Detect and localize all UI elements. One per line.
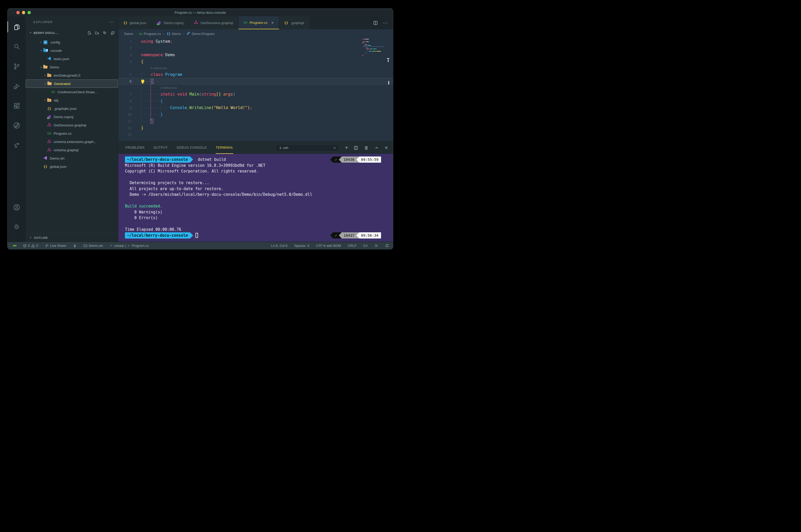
code-line-2[interactable]: 2 xyxy=(118,45,393,52)
status-item-notifications[interactable] xyxy=(385,244,389,248)
status-item-cursor-position[interactable]: Ln 6, Col 6 xyxy=(271,244,288,248)
tree-item-demo.sln[interactable]: Demo.sln xyxy=(26,154,118,163)
activity-bar-item-settings[interactable]: ⚙ xyxy=(7,220,26,234)
code-line-3[interactable]: 3namespace·Demo xyxy=(118,52,393,58)
tree-item-conferenceclient.straw...[interactable]: C#ConferenceClient.Straw... xyxy=(26,88,118,96)
code-line-9[interactable]: 9············Console.WriteLine("Hello Wo… xyxy=(118,104,393,111)
code-line-8[interactable]: 8········{ xyxy=(118,98,393,104)
explorer-section-row[interactable]: › BERRY-DOCU-... ↻ xyxy=(26,28,118,38)
code-line-6[interactable]: 6··{ xyxy=(118,78,393,85)
close-window-button[interactable] xyxy=(16,11,20,14)
code-line-7[interactable]: 7········static·void·Main(string[]·args) xyxy=(118,91,393,98)
activity-bar-item-api-client[interactable] xyxy=(7,118,26,133)
activity-bar-item-search[interactable] xyxy=(7,39,26,54)
activity-bar-item-run-debug[interactable] xyxy=(7,78,26,94)
breadcrumb-item-demo[interactable]: Demo xyxy=(124,32,133,36)
code-line-11[interactable]: 11····} xyxy=(118,118,393,125)
tree-item-program.cs[interactable]: C#Program.cs xyxy=(26,129,118,137)
code-line-4[interactable]: 4{ xyxy=(118,58,393,65)
panel-tab-problems[interactable]: PROBLEMS xyxy=(126,142,145,154)
code-line-10[interactable]: 10········} xyxy=(118,111,393,118)
tree-item-obj[interactable]: ›obj xyxy=(26,96,118,104)
tab-getsessions.graphql[interactable]: GetSessions.graphql xyxy=(189,16,238,29)
workbench: ⚙ EXPLORER ⋯ › BERRY-DOCU-... ↻ ›⚙.confi… xyxy=(7,16,393,242)
status-item-task-status[interactable]: ✓csharp|✓Program.cs xyxy=(110,244,149,248)
tree-item-schema.graphql[interactable]: schema.graphql xyxy=(26,146,118,154)
tree-item-getsessions.graphql[interactable]: GetSessions.graphql xyxy=(26,121,118,129)
explorer-more-icon[interactable]: ⋯ xyxy=(109,19,114,25)
panel-tab-output[interactable]: OUTPUT xyxy=(153,142,168,154)
code-line-13[interactable]: 13 xyxy=(118,131,393,138)
tree-item-bin-debug-net5.0[interactable]: ›bin/Debug/net5.0 xyxy=(26,71,118,79)
new-folder-icon[interactable] xyxy=(95,31,99,35)
code-line-1[interactable]: 1using·System; xyxy=(118,38,393,45)
tree-item-tasks.json[interactable]: tasks.json xyxy=(26,55,118,63)
terminal-prompt-line: ~/local/berry-docu-console✓1043709:56:34 xyxy=(125,233,391,239)
maximize-panel-icon[interactable] xyxy=(374,146,379,150)
breadcrumb-item-demo.program[interactable]: ›Demo.Program xyxy=(183,31,215,36)
panel-tab-debug-console[interactable]: DEBUG CONSOLE xyxy=(177,142,207,154)
status-item-feedback[interactable] xyxy=(374,244,378,248)
status-item-problems[interactable]: 00 xyxy=(23,244,38,248)
project-section-title: BERRY-DOCU-... xyxy=(33,31,58,35)
collapse-folders-icon[interactable] xyxy=(110,31,115,35)
code-token: ············ xyxy=(141,106,170,110)
status-item-solution[interactable]: Demo.sln xyxy=(84,244,103,248)
status-item-live-share[interactable]: Live Share xyxy=(45,244,66,248)
split-terminal-icon[interactable] xyxy=(353,146,358,150)
status-item-indentation[interactable]: Spaces: 4 xyxy=(294,244,309,248)
activity-bar-item-explorer[interactable] xyxy=(7,19,26,35)
solution-icon xyxy=(43,156,48,161)
line-number: 9 xyxy=(118,104,132,111)
terminal-output[interactable]: ~/local/berry-docu-console dotnet build✓… xyxy=(118,154,393,242)
status-item-flame[interactable] xyxy=(73,244,77,248)
new-file-icon[interactable] xyxy=(87,31,91,35)
activity-bar-item-account[interactable] xyxy=(7,200,26,215)
code-line-12[interactable]: 12} xyxy=(118,125,393,131)
code-line-5[interactable]: 5····class·Program xyxy=(118,71,393,78)
tab-program.cs[interactable]: C#Program.cs× xyxy=(238,16,279,29)
screen: Program.cs — berry-docu-console ⚙ EXPLOR… xyxy=(0,0,401,266)
tree-item-global.json[interactable]: {}global.json xyxy=(26,163,118,171)
zoom-window-button[interactable] xyxy=(28,11,31,14)
codelens-references[interactable]: 0 references xyxy=(118,85,393,91)
tree-item-.config[interactable]: ›⚙.config xyxy=(26,38,118,46)
status-item-encoding[interactable]: UTF-8 with BOM xyxy=(316,244,341,248)
minimize-window-button[interactable] xyxy=(22,11,25,14)
close-panel-icon[interactable]: × xyxy=(385,145,388,151)
status-item-eol[interactable]: CRLF xyxy=(348,244,357,248)
tree-item-.vscode[interactable]: ›.vscode xyxy=(26,46,118,55)
lightbulb-icon[interactable] xyxy=(141,79,144,83)
codelens-references[interactable]: 0 references xyxy=(118,65,393,71)
breadcrumb-item-demo[interactable]: ›{}Demo xyxy=(163,32,181,36)
error-icon xyxy=(23,244,27,248)
activity-bar-item-extensions[interactable] xyxy=(7,98,26,113)
tree-item-.graphqlrc.json[interactable]: {}.graphqlrc.json xyxy=(26,104,118,113)
status-bar-left: ><00Live ShareDemo.sln✓csharp|✓Program.c… xyxy=(13,244,149,248)
refresh-icon[interactable]: ↻ xyxy=(103,31,107,35)
status-item-remote-indicator[interactable]: >< xyxy=(13,244,16,248)
panel-tab-terminal[interactable]: TERMINAL xyxy=(216,142,233,154)
more-actions-icon[interactable]: ⋯ xyxy=(383,20,388,26)
code-editor[interactable]: 1using·System;23namespace·Demo4{0 refere… xyxy=(118,38,393,141)
tree-item-demo.csproj[interactable]: C#Demo.csproj xyxy=(26,113,118,121)
tab-global.json[interactable]: {}global.json xyxy=(118,16,152,29)
breadcrumb-item-program.cs[interactable]: ›C#Program.cs xyxy=(135,32,161,36)
circle-branch-icon xyxy=(13,122,20,129)
tab-demo.csproj[interactable]: C#Demo.csproj xyxy=(152,16,189,29)
close-tab-icon[interactable]: × xyxy=(271,20,274,25)
status-item-language-mode[interactable]: C# xyxy=(363,244,368,248)
sidebar-explorer: EXPLORER ⋯ › BERRY-DOCU-... ↻ ›⚙.config›… xyxy=(26,16,118,242)
tab-.graphqlr[interactable]: {}.graphqlr xyxy=(279,16,310,29)
activity-bar-item-source-control[interactable] xyxy=(7,59,26,74)
tree-item-generated[interactable]: ›Generated xyxy=(26,79,118,88)
activity-bar-item-live-share[interactable] xyxy=(7,137,26,153)
split-editor-icon[interactable] xyxy=(373,20,378,25)
terminal-shell-select[interactable]: 1: zsh xyxy=(276,144,339,152)
code-token: Demo xyxy=(165,53,175,57)
kill-terminal-icon[interactable] xyxy=(364,146,369,150)
new-terminal-icon[interactable]: + xyxy=(345,145,348,151)
tree-item-schema.extensions.graph...[interactable]: schema.extensions.graph... xyxy=(26,137,118,146)
outline-section[interactable]: › OUTLINE xyxy=(26,233,118,242)
tree-item-demo[interactable]: ›Demo xyxy=(26,63,118,71)
